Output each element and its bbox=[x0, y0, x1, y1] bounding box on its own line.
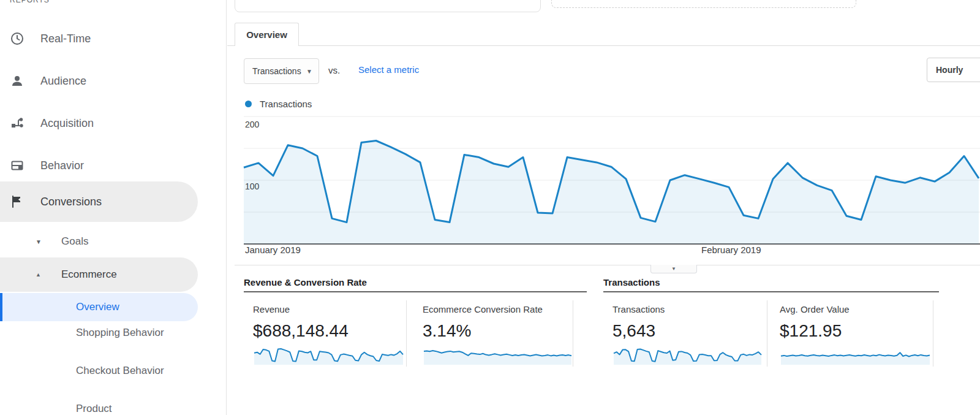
acquisition-icon bbox=[10, 116, 24, 131]
sidebar-item-conversions[interactable]: Conversions bbox=[0, 181, 198, 222]
behavior-icon bbox=[10, 158, 24, 173]
flag-icon bbox=[10, 194, 24, 209]
metric-value-ecommerce-conversion-rate: 3.14% bbox=[423, 321, 471, 341]
section-title-revenue-conversion: Revenue & Conversion Rate bbox=[244, 277, 367, 287]
metric-selector-value: Transactions bbox=[252, 66, 301, 76]
section-rule bbox=[244, 291, 587, 292]
legend-label: Transactions bbox=[260, 99, 312, 109]
main-content: Overview Transactions ▼ vs. Select a met… bbox=[227, 0, 980, 415]
section-divider bbox=[235, 265, 980, 265]
sidebar-item-label: Overview bbox=[76, 301, 119, 313]
chevron-down-icon: ▼ bbox=[36, 238, 43, 245]
metric-value-avg-order-value: $121.95 bbox=[780, 321, 842, 341]
cell-divider bbox=[573, 300, 573, 367]
vs-label: vs. bbox=[328, 65, 340, 75]
tab-overview[interactable]: Overview bbox=[235, 23, 299, 46]
metric-value-transactions: 5,643 bbox=[612, 321, 655, 341]
tab-divider bbox=[227, 45, 980, 46]
analytics-app: REPORTS Real-Time Audience Acquisition B… bbox=[0, 0, 980, 415]
sidebar-item-checkout-behavior[interactable]: Checkout Behavior bbox=[76, 362, 186, 380]
chevron-down-icon: ▼ bbox=[671, 267, 676, 272]
sidebar-item-label: Conversions bbox=[40, 196, 102, 208]
sidebar-item-goals[interactable]: ▼ Goals bbox=[0, 228, 198, 255]
chart-collapse-tab[interactable]: ▼ bbox=[650, 265, 697, 273]
x-axis-label-february: February 2019 bbox=[701, 245, 761, 255]
chevron-up-icon: ▲ bbox=[36, 272, 43, 278]
sidebar-item-real-time[interactable]: Real-Time bbox=[0, 18, 198, 59]
metric-label-transactions: Transactions bbox=[612, 304, 665, 314]
sidebar-item-acquisition[interactable]: Acquisition bbox=[0, 103, 198, 143]
transactions-sparkline bbox=[612, 347, 763, 367]
sidebar-item-overview[interactable]: Overview bbox=[0, 293, 198, 321]
sidebar-item-label: Real-Time bbox=[40, 32, 91, 45]
metric-value-revenue: $688,148.44 bbox=[253, 321, 349, 341]
date-range-box[interactable] bbox=[235, 0, 541, 12]
clock-icon bbox=[10, 31, 24, 46]
transactions-line-chart bbox=[227, 113, 980, 245]
sidebar-item-behavior[interactable]: Behavior bbox=[0, 145, 198, 186]
sidebar-item-product[interactable]: Product bbox=[76, 400, 186, 415]
comparison-box[interactable] bbox=[551, 0, 856, 8]
cell-divider bbox=[767, 300, 767, 367]
cell-divider bbox=[406, 300, 407, 367]
select-a-metric-link[interactable]: Select a metric bbox=[358, 64, 419, 75]
sidebar-item-audience[interactable]: Audience bbox=[0, 61, 198, 101]
granularity-hourly-button[interactable]: Hourly bbox=[927, 58, 980, 82]
sidebar-item-label: Acquisition bbox=[40, 117, 94, 130]
series-color-dot bbox=[245, 101, 252, 107]
chart-legend: Transactions bbox=[245, 99, 312, 109]
cell-divider bbox=[933, 300, 933, 367]
conversion-rate-sparkline bbox=[423, 347, 573, 367]
sidebar-item-label: Ecommerce bbox=[61, 268, 117, 281]
sidebar-item-label: Goals bbox=[61, 235, 88, 248]
sidebar-item-label: Audience bbox=[40, 75, 86, 88]
chevron-down-icon: ▼ bbox=[306, 68, 312, 75]
active-indicator-bar bbox=[0, 293, 2, 321]
sidebar: REPORTS Real-Time Audience Acquisition B… bbox=[0, 0, 227, 415]
section-title-transactions: Transactions bbox=[603, 277, 660, 287]
metric-label-ecommerce-conversion-rate: Ecommerce Conversion Rate bbox=[423, 304, 543, 314]
metric-label-revenue: Revenue bbox=[253, 304, 290, 314]
sidebar-item-shopping-behavior[interactable]: Shopping Behavior bbox=[76, 324, 186, 342]
reports-section-label: REPORTS bbox=[10, 0, 50, 4]
x-axis-label-january: January 2019 bbox=[245, 245, 301, 255]
section-rule bbox=[603, 291, 939, 292]
metric-label-avg-order-value: Avg. Order Value bbox=[780, 304, 850, 314]
sidebar-item-ecommerce[interactable]: ▲ Ecommerce bbox=[0, 257, 198, 292]
avg-order-value-sparkline bbox=[780, 347, 931, 367]
metric-selector-dropdown[interactable]: Transactions ▼ bbox=[244, 58, 319, 84]
person-icon bbox=[10, 74, 24, 88]
revenue-sparkline bbox=[253, 347, 404, 367]
sidebar-item-label: Behavior bbox=[40, 159, 84, 172]
